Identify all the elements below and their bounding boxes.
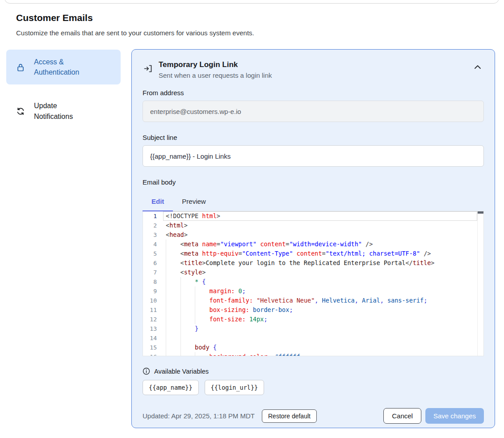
- from-address-input[interactable]: [143, 101, 484, 122]
- panel-header[interactable]: Temporary Login Link Sent when a user re…: [143, 60, 484, 79]
- indent-guide: [181, 324, 181, 333]
- code-line-3[interactable]: 3<head>: [143, 230, 483, 240]
- indent-guide: [181, 343, 181, 352]
- line-number: 5: [143, 249, 163, 258]
- code-text: <head>: [163, 230, 477, 240]
- sidebar-item-access-authentication[interactable]: Access & Authentication: [6, 50, 121, 84]
- code-line-4[interactable]: 4 <meta name="viewport" content="width=d…: [143, 240, 483, 249]
- page-title: Customer Emails: [16, 13, 418, 23]
- temporary-login-link-panel: Temporary Login Link Sent when a user re…: [131, 49, 495, 428]
- line-number: 4: [143, 240, 163, 249]
- info-icon: [143, 367, 150, 375]
- save-changes-button[interactable]: Save changes: [425, 408, 484, 424]
- code-line-15[interactable]: 15 body {: [143, 343, 483, 352]
- tab-preview[interactable]: Preview: [173, 194, 214, 211]
- code-line-10[interactable]: 10 font-family: "Helvetica Neue", Helvet…: [143, 296, 483, 305]
- panel-footer: Updated: Apr 29, 2025, 1:18 PM MDT Resto…: [143, 408, 484, 424]
- available-variables-header: Available Variables: [143, 367, 484, 375]
- variable-chip-app-name[interactable]: {{app_name}}: [143, 380, 199, 395]
- previous-section-card-edge: [4, 0, 499, 4]
- panel-header-text: Temporary Login Link Sent when a user re…: [159, 60, 272, 79]
- code-text: <meta name="viewport" content="width=dev…: [163, 240, 477, 249]
- indent-guide: [166, 268, 166, 277]
- code-editor-lines: 1<!DOCTYPE html>2<html>3<head>4 <meta na…: [143, 211, 483, 356]
- code-text: background-color: #ffffff;: [163, 352, 477, 356]
- page-subtitle: Customize the emails that are sent to yo…: [16, 29, 418, 37]
- code-line-14[interactable]: 14: [143, 333, 483, 343]
- code-editor[interactable]: 1<!DOCTYPE html>2<html>3<head>4 <meta na…: [143, 211, 484, 356]
- subject-line-label: Subject line: [143, 134, 484, 141]
- indent-guide: [166, 277, 166, 286]
- indent-guide: [195, 315, 195, 324]
- code-line-1[interactable]: 1<!DOCTYPE html>: [143, 211, 483, 221]
- code-text: }: [163, 324, 477, 333]
- code-line-5[interactable]: 5 <meta http-equiv="Content-Type" conten…: [143, 249, 483, 258]
- indent-guide: [166, 249, 166, 258]
- line-number: 9: [143, 286, 163, 296]
- code-line-12[interactable]: 12 font-size: 14px;: [143, 315, 483, 324]
- code-line-9[interactable]: 9 margin: 0;: [143, 286, 483, 296]
- indent-guide: [181, 333, 181, 343]
- restore-default-button[interactable]: Restore default: [262, 409, 317, 423]
- sidebar-item-update-notifications[interactable]: Update Notifications: [6, 93, 121, 128]
- code-text: <html>: [163, 221, 477, 230]
- line-number: 14: [143, 333, 163, 343]
- line-number: 10: [143, 296, 163, 305]
- indent-guide: [166, 258, 166, 268]
- variable-chips: {{app_name}} {{login_url}}: [143, 380, 484, 395]
- subject-line-field-group: Subject line: [143, 134, 484, 167]
- login-icon: [143, 64, 153, 73]
- line-number: 1: [143, 211, 163, 221]
- line-number: 6: [143, 258, 163, 268]
- indent-guide: [181, 305, 181, 315]
- tab-edit[interactable]: Edit: [143, 194, 173, 211]
- refresh-icon: [16, 107, 25, 116]
- email-body-section: Email body Edit Preview 1<!DOCTYPE html>…: [143, 178, 484, 356]
- code-text: font-size: 14px;: [163, 315, 477, 324]
- variable-chip-login-url[interactable]: {{login_url}}: [205, 380, 265, 395]
- code-text: <!DOCTYPE html>: [163, 211, 477, 221]
- cancel-button[interactable]: Cancel: [383, 408, 421, 424]
- indent-guide: [195, 305, 195, 315]
- line-number: 11: [143, 305, 163, 315]
- indent-guide: [166, 296, 166, 305]
- code-line-8[interactable]: 8 * {: [143, 277, 483, 286]
- editor-scrollbar-track[interactable]: [477, 211, 483, 356]
- code-line-16[interactable]: 16 background-color: #ffffff;: [143, 352, 483, 356]
- line-number: 2: [143, 221, 163, 230]
- indent-guide: [166, 324, 166, 333]
- line-number: 12: [143, 315, 163, 324]
- lock-icon: [16, 63, 25, 72]
- line-number: 13: [143, 324, 163, 333]
- code-text: <meta http-equiv="Content-Type" content=…: [163, 249, 477, 258]
- line-number: 16: [143, 352, 163, 356]
- indent-guide: [166, 240, 166, 249]
- code-line-13[interactable]: 13 }: [143, 324, 483, 333]
- footer-actions: Cancel Save changes: [383, 408, 484, 424]
- code-line-11[interactable]: 11 box-sizing: border-box;: [143, 305, 483, 315]
- code-text: box-sizing: border-box;: [163, 305, 477, 315]
- panel-title: Temporary Login Link: [159, 60, 272, 69]
- code-text: font-family: "Helvetica Neue", Helvetica…: [163, 296, 477, 305]
- indent-guide: [195, 286, 195, 296]
- page-header: Customer Emails Customize the emails tha…: [16, 13, 418, 37]
- line-number: 7: [143, 268, 163, 277]
- code-line-2[interactable]: 2<html>: [143, 221, 483, 230]
- indent-guide: [195, 296, 195, 305]
- chevron-up-icon: [474, 65, 481, 69]
- code-line-7[interactable]: 7 <style>: [143, 268, 483, 277]
- indent-guide: [181, 315, 181, 324]
- code-text: <title>Complete your login to the Replic…: [163, 258, 477, 268]
- editor-scrollbar-thumb[interactable]: [478, 211, 483, 214]
- indent-guide: [166, 286, 166, 296]
- indent-guide: [166, 352, 166, 356]
- panel-subtitle: Sent when a user requests a login link: [159, 72, 272, 79]
- indent-guide: [166, 333, 166, 343]
- subject-line-input[interactable]: [143, 145, 484, 167]
- code-text: <style>: [163, 268, 477, 277]
- indent-guide: [181, 296, 181, 305]
- collapse-panel-button[interactable]: [471, 62, 484, 72]
- code-text: * {: [163, 277, 477, 286]
- code-text: margin: 0;: [163, 286, 477, 296]
- code-line-6[interactable]: 6 <title>Complete your login to the Repl…: [143, 258, 483, 268]
